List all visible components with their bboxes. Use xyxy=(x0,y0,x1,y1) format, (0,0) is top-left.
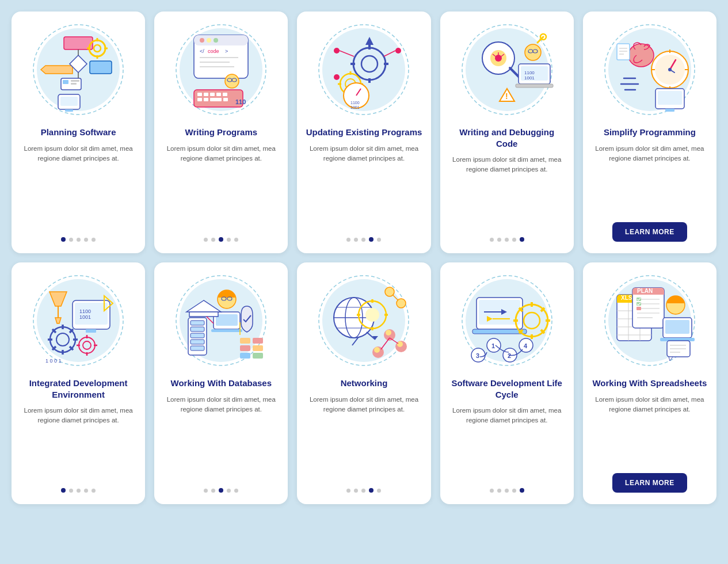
svg-rect-163 xyxy=(253,338,263,344)
svg-text:1001: 1001 xyxy=(350,105,360,109)
dot-networking-3[interactable] xyxy=(369,488,373,493)
illustration-simplify-programming xyxy=(601,21,699,119)
dot-networking-0[interactable] xyxy=(346,489,350,493)
card-body-simplify-programming: Lorem ipsum dolor sit dim amet, mea regi… xyxy=(591,144,708,215)
dot-ide-3[interactable] xyxy=(84,489,88,493)
dot-debugging-code-3[interactable] xyxy=(512,238,516,242)
svg-rect-150 xyxy=(216,314,238,326)
dots-planning-software xyxy=(61,237,96,242)
svg-rect-159 xyxy=(189,312,218,317)
dot-sdlc-3[interactable] xyxy=(512,489,516,493)
card-debugging-code: ! 1100 1001 Writing and Debugging CodeLo… xyxy=(440,12,574,253)
dot-debugging-code-2[interactable] xyxy=(505,238,509,242)
svg-marker-3 xyxy=(41,66,73,74)
card-body-updating-programs: Lorem ipsum dolor sit dim amet, mea regi… xyxy=(305,144,422,230)
svg-rect-44 xyxy=(197,98,202,101)
illustration-sdlc: 1 2 3 4 xyxy=(458,272,556,369)
svg-text:!: ! xyxy=(505,92,508,101)
svg-text:4: 4 xyxy=(524,342,528,349)
learn-more-button-simplify-programming[interactable]: LEARN MORE xyxy=(612,222,687,242)
dot-ide-2[interactable] xyxy=(77,489,81,493)
dot-updating-programs-3[interactable] xyxy=(369,237,373,242)
card-title-sdlc: Software Development Life Cycle xyxy=(448,378,566,400)
svg-rect-165 xyxy=(253,345,263,351)
dot-updating-programs-4[interactable] xyxy=(377,238,381,242)
learn-more-button-spreadsheets[interactable]: LEARN MORE xyxy=(612,473,687,493)
dot-debugging-code-1[interactable] xyxy=(497,238,501,242)
svg-rect-47 xyxy=(223,98,228,101)
card-title-databases: Working With Databases xyxy=(171,378,272,389)
svg-rect-9 xyxy=(71,83,77,85)
illustration-spreadsheets: XLS PLAN xyxy=(601,272,699,369)
dot-databases-4[interactable] xyxy=(234,489,238,493)
svg-rect-154 xyxy=(190,327,204,331)
dot-ide-0[interactable] xyxy=(61,488,66,493)
card-title-spreadsheets: Working With Spreadsheets xyxy=(592,378,707,389)
card-title-ide: Integrated Development Environment xyxy=(20,378,137,400)
svg-rect-41 xyxy=(210,93,215,96)
dot-updating-programs-0[interactable] xyxy=(346,238,350,242)
card-body-planning-software: Lorem ipsum dolor sit dim amet, mea regi… xyxy=(20,144,137,230)
svg-point-176 xyxy=(365,308,379,322)
dot-debugging-code-0[interactable] xyxy=(490,238,494,242)
dot-planning-software-2[interactable] xyxy=(77,238,81,242)
svg-rect-18 xyxy=(65,109,73,112)
card-writing-programs: </ code > 110 Writing ProgramsLorem ipsu… xyxy=(154,12,288,253)
illustration-updating-programs: 1100 1001 xyxy=(315,21,413,119)
dot-updating-programs-1[interactable] xyxy=(354,238,358,242)
dot-databases-0[interactable] xyxy=(204,489,208,493)
svg-text:XLS: XLS xyxy=(621,295,632,301)
card-title-networking: Networking xyxy=(341,378,388,389)
dot-databases-2[interactable] xyxy=(219,488,223,493)
svg-rect-108 xyxy=(665,109,674,112)
dot-databases-3[interactable] xyxy=(227,489,231,493)
svg-text:1: 1 xyxy=(491,342,495,349)
dot-sdlc-1[interactable] xyxy=(497,489,501,493)
card-planning-software: Planning SoftwareLorem ipsum dolor sit d… xyxy=(12,12,145,253)
card-body-spreadsheets: Lorem ipsum dolor sit dim amet, mea regi… xyxy=(591,395,708,466)
dot-planning-software-0[interactable] xyxy=(61,237,66,242)
svg-point-65 xyxy=(395,48,401,54)
dot-writing-programs-2[interactable] xyxy=(219,237,223,242)
svg-text:code: code xyxy=(208,48,219,54)
dot-databases-1[interactable] xyxy=(211,489,215,493)
dot-debugging-code-4[interactable] xyxy=(520,237,524,242)
dot-sdlc-4[interactable] xyxy=(520,488,524,493)
illustration-writing-programs: </ code > 110 xyxy=(172,21,270,119)
dot-writing-programs-0[interactable] xyxy=(204,238,208,242)
dot-sdlc-0[interactable] xyxy=(490,489,494,493)
svg-rect-167 xyxy=(253,353,263,359)
dot-ide-4[interactable] xyxy=(92,489,96,493)
dot-writing-programs-4[interactable] xyxy=(234,238,238,242)
card-body-databases: Lorem ipsum dolor sit dim amet, mea regi… xyxy=(162,395,280,481)
dot-planning-software-4[interactable] xyxy=(92,238,96,242)
svg-text:3: 3 xyxy=(476,352,479,359)
card-body-networking: Lorem ipsum dolor sit dim amet, mea regi… xyxy=(305,395,422,481)
svg-rect-248 xyxy=(665,320,689,334)
card-title-debugging-code: Writing and Debugging Code xyxy=(448,127,566,149)
dot-updating-programs-2[interactable] xyxy=(361,238,365,242)
dot-writing-programs-1[interactable] xyxy=(211,238,215,242)
dot-ide-1[interactable] xyxy=(69,489,73,493)
svg-point-101 xyxy=(668,68,672,71)
svg-rect-162 xyxy=(240,338,250,344)
dots-writing-programs xyxy=(204,237,238,242)
svg-rect-164 xyxy=(240,345,250,351)
svg-text:110: 110 xyxy=(235,98,246,105)
svg-rect-91 xyxy=(516,84,553,87)
svg-rect-5 xyxy=(90,61,112,74)
card-body-sdlc: Lorem ipsum dolor sit dim amet, mea regi… xyxy=(448,406,566,480)
svg-point-26 xyxy=(207,38,211,43)
svg-point-77 xyxy=(495,55,502,62)
svg-rect-151 xyxy=(211,329,242,332)
dot-sdlc-2[interactable] xyxy=(505,489,509,493)
dot-writing-programs-3[interactable] xyxy=(227,238,231,242)
card-title-writing-programs: Writing Programs xyxy=(185,127,258,138)
dot-planning-software-3[interactable] xyxy=(84,238,88,242)
svg-text:1100: 1100 xyxy=(350,101,360,105)
svg-rect-112 xyxy=(617,44,630,60)
dot-networking-4[interactable] xyxy=(377,489,381,493)
dot-planning-software-1[interactable] xyxy=(69,238,73,242)
dot-networking-2[interactable] xyxy=(361,489,365,493)
dot-networking-1[interactable] xyxy=(354,489,358,493)
